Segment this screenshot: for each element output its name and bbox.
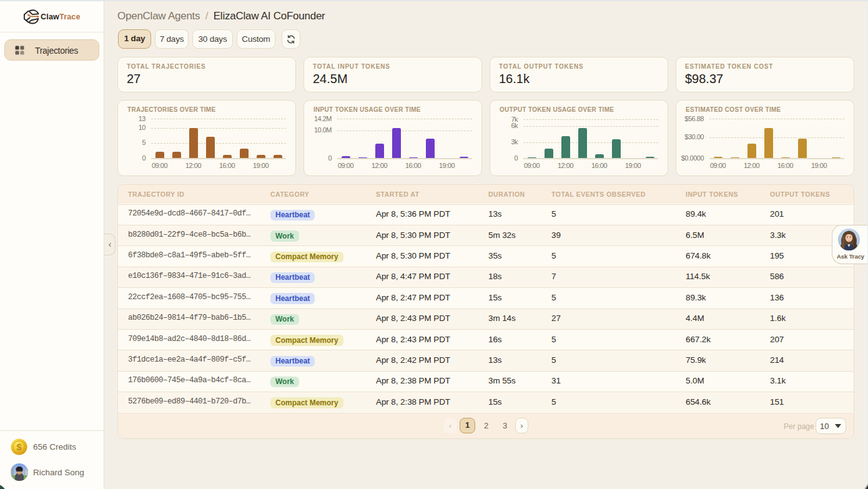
svg-text:$: $: [16, 442, 22, 452]
